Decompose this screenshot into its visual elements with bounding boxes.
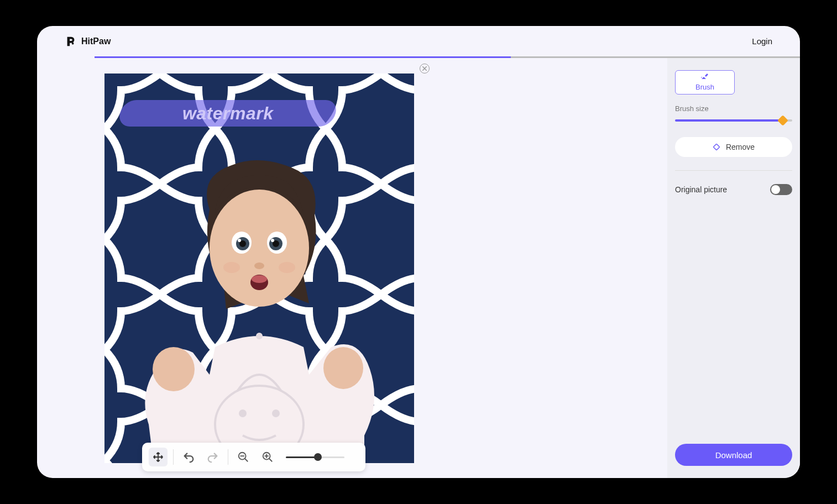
svg-point-10 — [272, 410, 280, 417]
move-tool-button[interactable] — [149, 448, 168, 466]
zoom-slider[interactable] — [286, 456, 344, 458]
login-link[interactable]: Login — [752, 36, 772, 46]
brush-icon — [700, 74, 709, 82]
svg-point-23 — [223, 262, 240, 273]
svg-point-20 — [254, 262, 264, 269]
toolbar-separator — [228, 449, 228, 465]
brush-size-slider[interactable] — [675, 119, 792, 122]
svg-point-6 — [323, 347, 363, 389]
app-window: HitPaw Login — [37, 26, 800, 478]
header: HitPaw Login — [37, 26, 800, 56]
hitpaw-icon — [65, 35, 77, 48]
watermark-brush-selection[interactable]: watermark — [117, 100, 339, 127]
zoom-out-button[interactable] — [234, 448, 253, 466]
close-image-button[interactable] — [420, 64, 430, 74]
svg-point-5 — [153, 347, 195, 391]
original-picture-toggle[interactable] — [770, 184, 792, 195]
brush-mode-label: Brush — [695, 83, 714, 91]
watermark-text: watermark — [182, 103, 274, 124]
eraser-icon — [713, 142, 721, 153]
toolbar-separator — [173, 449, 174, 465]
main-area: watermark — [37, 58, 800, 478]
svg-line-26 — [245, 459, 248, 462]
download-button[interactable]: Download — [675, 444, 792, 466]
svg-rect-32 — [713, 144, 719, 150]
brush-size-slider-thumb[interactable] — [777, 115, 788, 126]
svg-point-22 — [252, 275, 267, 283]
remove-button[interactable]: Remove — [675, 137, 792, 157]
canvas-toolbar — [142, 443, 365, 471]
svg-point-24 — [279, 262, 295, 273]
brand-name: HitPaw — [81, 36, 111, 46]
svg-point-9 — [239, 410, 247, 417]
toggle-knob — [771, 185, 780, 194]
brush-mode-button[interactable]: Brush — [675, 70, 735, 95]
image-preview[interactable]: watermark — [104, 74, 414, 463]
download-label: Download — [715, 450, 752, 460]
svg-point-18 — [238, 239, 241, 242]
redo-button[interactable] — [203, 448, 222, 466]
svg-point-7 — [256, 333, 263, 339]
zoom-slider-thumb[interactable] — [314, 453, 322, 461]
brand-logo[interactable]: HitPaw — [65, 35, 111, 48]
brush-size-label: Brush size — [675, 104, 792, 113]
original-picture-row: Original picture — [675, 184, 792, 195]
zoom-in-button[interactable] — [258, 448, 277, 466]
side-separator — [675, 170, 792, 171]
undo-button[interactable] — [179, 448, 198, 466]
image-subject-face — [193, 160, 326, 314]
remove-label: Remove — [726, 143, 755, 151]
svg-point-19 — [271, 239, 274, 242]
original-picture-label: Original picture — [675, 185, 727, 194]
side-panel: Brush Brush size Remove Original picture — [667, 58, 800, 478]
svg-point-0 — [72, 42, 74, 44]
svg-line-29 — [269, 459, 273, 462]
canvas-area: watermark — [37, 58, 667, 478]
